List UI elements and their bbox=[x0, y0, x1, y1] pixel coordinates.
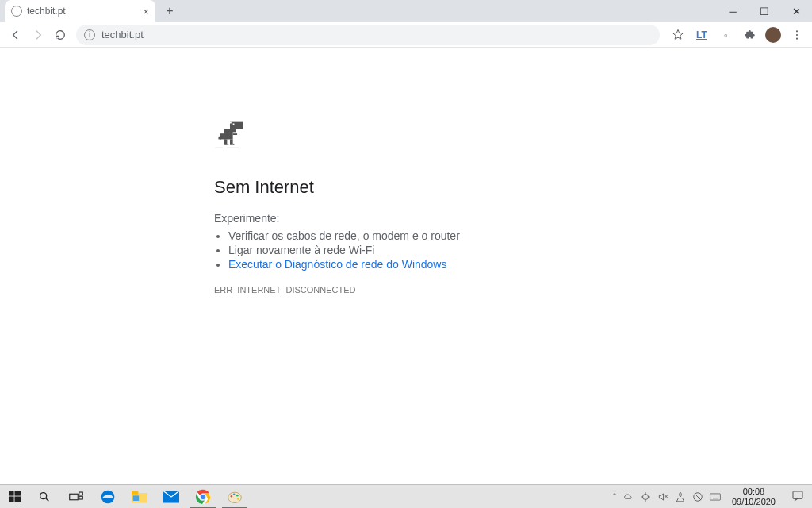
windows-taskbar: ˆ 00:08 09/10/2020 bbox=[0, 484, 812, 508]
svg-point-37 bbox=[236, 495, 239, 497]
svg-rect-14 bbox=[233, 144, 235, 145]
svg-rect-24 bbox=[79, 492, 83, 495]
minimize-button[interactable]: ─ bbox=[717, 0, 749, 22]
system-tray[interactable]: ˆ bbox=[613, 491, 721, 502]
svg-rect-48 bbox=[710, 493, 721, 499]
address-text: techbit.pt bbox=[102, 29, 144, 40]
suggestion-list: Verificar os cabos de rede, o modem e o … bbox=[228, 229, 595, 271]
svg-point-1 bbox=[796, 33, 798, 35]
svg-line-22 bbox=[46, 498, 49, 501]
browser-tab[interactable]: techbit.pt × bbox=[5, 0, 155, 22]
chrome-menu-button[interactable] bbox=[787, 25, 807, 45]
chrome-app-icon[interactable] bbox=[187, 485, 219, 509]
diagnostics-link[interactable]: Executar o Diagnóstico de rede do Window… bbox=[228, 258, 446, 271]
svg-rect-11 bbox=[224, 139, 228, 144]
svg-rect-10 bbox=[233, 133, 237, 135]
error-code: ERR_INTERNET_DISCONNECTED bbox=[214, 285, 595, 294]
reload-button[interactable] bbox=[49, 24, 71, 46]
new-tab-button[interactable]: + bbox=[160, 2, 179, 21]
back-button[interactable] bbox=[5, 24, 27, 46]
start-button[interactable] bbox=[0, 485, 29, 509]
file-explorer-icon[interactable] bbox=[124, 485, 155, 509]
language-tool-extension-icon[interactable]: LT bbox=[691, 25, 712, 45]
paint-app-icon[interactable] bbox=[219, 485, 251, 509]
edge-app-icon[interactable] bbox=[92, 485, 124, 509]
svg-rect-4 bbox=[230, 122, 232, 124]
browser-tab-strip: techbit.pt × + ─ ☐ ✕ bbox=[0, 0, 812, 22]
search-button[interactable] bbox=[29, 485, 60, 509]
svg-point-35 bbox=[231, 495, 233, 497]
error-heading: Sem Internet bbox=[214, 177, 595, 198]
svg-rect-54 bbox=[793, 491, 802, 498]
extensions-button[interactable] bbox=[739, 25, 760, 45]
svg-point-36 bbox=[233, 493, 236, 495]
try-label: Experimente: bbox=[214, 212, 595, 225]
maximize-button[interactable]: ☐ bbox=[749, 0, 780, 22]
svg-point-39 bbox=[642, 494, 648, 499]
globe-icon bbox=[11, 6, 22, 17]
task-view-button[interactable] bbox=[60, 485, 92, 509]
svg-line-47 bbox=[695, 493, 701, 499]
forward-button[interactable] bbox=[27, 24, 49, 46]
svg-point-38 bbox=[237, 498, 239, 500]
mail-app-icon[interactable] bbox=[155, 485, 187, 509]
location-icon[interactable] bbox=[640, 491, 651, 502]
action-center-button[interactable] bbox=[787, 490, 809, 504]
taskbar-clock[interactable]: 00:08 09/10/2020 bbox=[727, 487, 780, 506]
profile-avatar[interactable] bbox=[763, 25, 783, 45]
svg-rect-5 bbox=[233, 123, 235, 125]
svg-rect-19 bbox=[9, 497, 14, 502]
svg-rect-23 bbox=[70, 494, 79, 500]
svg-point-2 bbox=[796, 37, 798, 39]
suggestion-item: Executar o Diagnóstico de rede do Window… bbox=[228, 258, 595, 271]
svg-rect-17 bbox=[9, 491, 14, 496]
keyboard-layout-icon[interactable] bbox=[710, 491, 721, 502]
svg-point-21 bbox=[40, 492, 47, 498]
svg-rect-20 bbox=[14, 497, 21, 503]
svg-rect-25 bbox=[79, 496, 83, 499]
taskbar-time: 00:08 bbox=[732, 487, 776, 496]
toolbar-right-icons: LT ◦ bbox=[668, 25, 807, 45]
tray-chevron-up-icon[interactable]: ˆ bbox=[613, 492, 616, 502]
tab-title: techbit.pt bbox=[27, 6, 66, 17]
svg-rect-12 bbox=[230, 139, 233, 144]
network-disconnected-icon[interactable] bbox=[692, 491, 703, 502]
address-bar[interactable]: i techbit.pt bbox=[76, 25, 660, 45]
close-tab-icon[interactable]: × bbox=[143, 6, 149, 17]
suggestion-item: Verificar os cabos de rede, o modem e o … bbox=[228, 229, 595, 242]
svg-rect-9 bbox=[218, 137, 221, 140]
close-window-button[interactable]: ✕ bbox=[780, 0, 812, 22]
browser-toolbar: i techbit.pt LT ◦ bbox=[0, 22, 812, 48]
window-controls: ─ ☐ ✕ bbox=[717, 0, 812, 22]
dino-icon[interactable] bbox=[214, 119, 246, 151]
svg-rect-18 bbox=[14, 491, 21, 496]
svg-point-0 bbox=[796, 30, 798, 32]
offline-error-page: Sem Internet Experimente: Verificar os c… bbox=[0, 48, 812, 484]
bookmark-button[interactable] bbox=[668, 25, 688, 45]
svg-rect-28 bbox=[132, 491, 138, 494]
svg-rect-13 bbox=[227, 144, 228, 145]
taskbar-date: 09/10/2020 bbox=[732, 497, 776, 506]
volume-muted-icon[interactable] bbox=[657, 491, 668, 502]
onedrive-icon[interactable] bbox=[622, 491, 634, 502]
extension-icon[interactable]: ◦ bbox=[715, 25, 736, 45]
suggestion-item: Ligar novamente à rede Wi-Fi bbox=[228, 244, 595, 256]
svg-rect-29 bbox=[133, 495, 140, 501]
tray-app-icon[interactable] bbox=[675, 491, 686, 502]
svg-rect-3 bbox=[230, 122, 243, 129]
site-info-icon[interactable]: i bbox=[84, 29, 95, 40]
